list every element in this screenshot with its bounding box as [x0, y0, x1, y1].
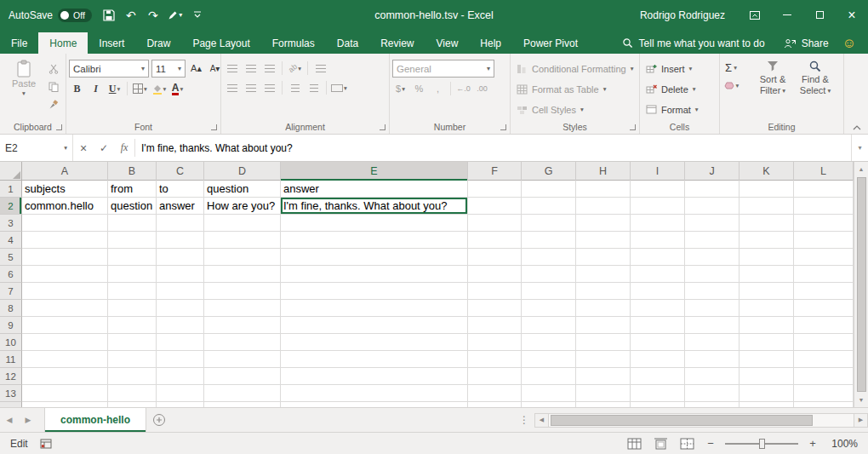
cell-D4[interactable] — [204, 232, 281, 249]
alignment-dialog-launcher[interactable] — [380, 124, 385, 130]
cell-K8[interactable] — [740, 300, 794, 317]
cell-G9[interactable] — [522, 317, 576, 334]
wrap-text-button[interactable] — [312, 60, 328, 77]
cell-K3[interactable] — [740, 215, 794, 232]
underline-button[interactable]: U▾ — [106, 80, 123, 97]
cell-G7[interactable] — [522, 283, 576, 300]
fill-color-button[interactable]: ▾ — [151, 80, 167, 97]
previous-sheet-button[interactable]: ◀ — [0, 408, 19, 432]
cell-A1[interactable]: subjects — [22, 181, 108, 198]
cell-D9[interactable] — [204, 317, 281, 334]
autosum-button[interactable]: Σ▾ — [722, 60, 740, 75]
cell-C1[interactable]: to — [157, 181, 204, 198]
column-header-A[interactable]: A — [22, 162, 108, 181]
cell-H4[interactable] — [576, 232, 631, 249]
cell-K1[interactable] — [740, 181, 794, 198]
cell-F3[interactable] — [468, 215, 522, 232]
cell-I2[interactable] — [631, 198, 685, 215]
cell-L3[interactable] — [794, 215, 854, 232]
cell-J3[interactable] — [685, 215, 740, 232]
font-name-combobox[interactable]: Calibri▾ — [69, 60, 149, 78]
cell-D6[interactable] — [204, 266, 281, 283]
cell-B8[interactable] — [108, 300, 157, 317]
tab-insert[interactable]: Insert — [88, 32, 135, 54]
cell-J12[interactable] — [685, 368, 740, 385]
cancel-button[interactable]: × — [73, 135, 94, 161]
cell-F12[interactable] — [468, 368, 522, 385]
cell-F7[interactable] — [468, 283, 522, 300]
column-header-B[interactable]: B — [108, 162, 157, 181]
number-dialog-launcher[interactable] — [500, 124, 506, 130]
cell-D1[interactable]: question — [204, 181, 281, 198]
cell-I13[interactable] — [631, 385, 685, 402]
cell-H10[interactable] — [576, 334, 631, 351]
cell-L8[interactable] — [794, 300, 854, 317]
cell-B13[interactable] — [108, 385, 157, 402]
maximize-button[interactable] — [803, 0, 836, 30]
column-header-E[interactable]: E — [281, 162, 468, 181]
vertical-scroll-thumb[interactable] — [857, 177, 866, 392]
cell-L2[interactable] — [794, 198, 854, 215]
save-button[interactable] — [99, 5, 119, 26]
row-header-9[interactable]: 9 — [0, 317, 22, 334]
format-painter-button[interactable] — [45, 97, 62, 112]
macro-record-button[interactable] — [37, 435, 55, 452]
cell-B11[interactable] — [108, 351, 157, 368]
cell-B10[interactable] — [108, 334, 157, 351]
font-size-combobox[interactable]: 11▾ — [151, 60, 186, 78]
undo-button[interactable]: ↶ — [121, 5, 141, 26]
cell-G10[interactable] — [522, 334, 576, 351]
scroll-down-button[interactable]: ▼ — [854, 393, 868, 407]
cell-B2[interactable]: question — [108, 198, 157, 215]
cell-L5[interactable] — [794, 249, 854, 266]
next-sheet-button[interactable]: ▶ — [19, 408, 37, 432]
normal-view-button[interactable] — [625, 435, 643, 452]
cell-G13[interactable] — [522, 385, 576, 402]
cell-L6[interactable] — [794, 266, 854, 283]
cell-E4[interactable] — [281, 232, 468, 249]
cell-G5[interactable] — [522, 249, 576, 266]
insert-cells-button[interactable]: Insert ▾ — [642, 60, 702, 78]
tab-help[interactable]: Help — [469, 32, 512, 54]
cell-D10[interactable] — [204, 334, 281, 351]
close-button[interactable]: × — [836, 0, 868, 30]
feedback-smiley-button[interactable]: ☺ — [839, 32, 868, 54]
cell-I4[interactable] — [631, 232, 685, 249]
cell-F1[interactable] — [468, 181, 522, 198]
tab-draw[interactable]: Draw — [135, 32, 181, 54]
styles-dialog-launcher[interactable] — [630, 124, 636, 130]
align-middle-button[interactable] — [243, 60, 259, 77]
paste-button[interactable]: Paste ▾ — [3, 56, 45, 119]
vertical-scrollbar[interactable]: ▲ ▼ — [854, 162, 868, 407]
cell-C12[interactable] — [157, 368, 204, 385]
cell-H5[interactable] — [576, 249, 631, 266]
cell-F9[interactable] — [468, 317, 522, 334]
cell-K4[interactable] — [740, 232, 794, 249]
cell-D3[interactable] — [204, 215, 281, 232]
cell-C13[interactable] — [157, 385, 204, 402]
find-select-button[interactable]: Find & Select▾ — [794, 56, 837, 119]
tab-scroll-splitter[interactable]: ⋮ — [514, 414, 534, 426]
cell-L11[interactable] — [794, 351, 854, 368]
tab-power-pivot[interactable]: Power Pivot — [512, 32, 589, 54]
cell-E13[interactable] — [281, 385, 468, 402]
name-box[interactable]: E2 ▾ — [0, 135, 73, 161]
cell-K11[interactable] — [740, 351, 794, 368]
tab-review[interactable]: Review — [369, 32, 425, 54]
minimize-button[interactable] — [771, 0, 803, 30]
row-header-7[interactable]: 7 — [0, 283, 22, 300]
share-button[interactable]: Share — [774, 32, 839, 54]
column-header-G[interactable]: G — [522, 162, 576, 181]
cell-B1[interactable]: from — [108, 181, 157, 198]
horizontal-scroll-thumb[interactable] — [551, 415, 813, 426]
cell-C4[interactable] — [157, 232, 204, 249]
cell-L13[interactable] — [794, 385, 854, 402]
font-dialog-launcher[interactable] — [211, 124, 217, 130]
tab-data[interactable]: Data — [326, 32, 369, 54]
cell-D11[interactable] — [204, 351, 281, 368]
insert-function-button[interactable]: fx — [114, 135, 134, 161]
cell-H6[interactable] — [576, 266, 631, 283]
percent-style-button[interactable]: % — [411, 80, 427, 97]
cell-J2[interactable] — [685, 198, 740, 215]
cell-C8[interactable] — [157, 300, 204, 317]
